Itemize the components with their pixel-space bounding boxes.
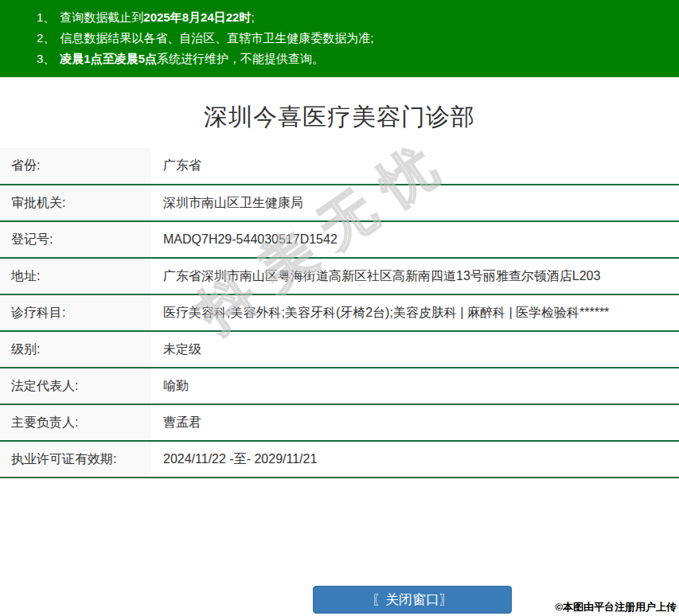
table-row: 主要负责人: 曹孟君 bbox=[0, 404, 679, 441]
row-value-address: 广东省深圳市南山区粤海街道高新区社区高新南四道13号丽雅查尔顿酒店L203 bbox=[151, 258, 679, 294]
notice-text-bold: 凌晨1点至凌晨5点 bbox=[60, 52, 157, 65]
table-row: 诊疗科目: 医疗美容科;美容外科;美容牙科(牙椅2台);美容皮肤科 | 麻醉科 … bbox=[0, 294, 679, 331]
table-row: 执业许可证有效期: 2024/11/22 -至- 2029/11/21 bbox=[0, 441, 679, 478]
notice-line: 2、信息数据结果以各省、自治区、直辖市卫生健康委数据为准; bbox=[37, 28, 671, 49]
table-row: 登记号: MADQ7H29-544030517D1542 bbox=[0, 221, 679, 258]
row-label-legal-representative: 法定代表人: bbox=[0, 368, 151, 404]
notice-number: 3、 bbox=[37, 52, 55, 65]
notice-banner: 1、查询数据截止到2025年8月24日22时; 2、信息数据结果以各省、自治区、… bbox=[0, 0, 679, 77]
row-label-address: 地址: bbox=[0, 258, 151, 294]
table-row: 地址: 广东省深圳市南山区粤海街道高新区社区高新南四道13号丽雅查尔顿酒店L20… bbox=[0, 258, 679, 294]
row-value-registration-number: MADQ7H29-544030517D1542 bbox=[151, 221, 679, 258]
row-value-level: 未定级 bbox=[151, 331, 679, 368]
row-label-principal: 主要负责人: bbox=[0, 404, 151, 441]
row-value-province: 广东省 bbox=[151, 148, 679, 185]
notice-line: 3、凌晨1点至凌晨5点系统进行维护，不能提供查询。 bbox=[37, 49, 671, 69]
notice-text-bold: 2025年8月24日22时 bbox=[143, 10, 251, 24]
close-window-button[interactable]: 〖关闭窗口〗 bbox=[313, 586, 512, 614]
notice-text: 信息数据结果以各省、自治区、直辖市卫生健康委数据为准; bbox=[60, 31, 373, 45]
table-row: 审批机关: 深圳市南山区卫生健康局 bbox=[0, 185, 679, 221]
row-value-principal: 曹孟君 bbox=[151, 404, 679, 441]
row-label-registration-number: 登记号: bbox=[0, 221, 151, 258]
notice-text: 系统进行维护，不能提供查询。 bbox=[157, 52, 324, 65]
row-value-legal-representative: 喻勤 bbox=[151, 368, 679, 404]
table-row: 省份: 广东省 bbox=[0, 148, 679, 185]
row-label-license-validity: 执业许可证有效期: bbox=[0, 441, 151, 478]
row-label-medical-subjects: 诊疗科目: bbox=[0, 294, 151, 331]
row-label-approval-authority: 审批机关: bbox=[0, 185, 151, 221]
table-row: 级别: 未定级 bbox=[0, 331, 679, 368]
institution-info-table: 省份: 广东省 审批机关: 深圳市南山区卫生健康局 登记号: MADQ7H29-… bbox=[0, 148, 679, 478]
row-label-province: 省份: bbox=[0, 148, 151, 185]
upload-credit-watermark: ©本图由平台注册用户上传 bbox=[555, 600, 677, 614]
notice-number: 1、 bbox=[37, 10, 55, 24]
notice-number: 2、 bbox=[37, 31, 55, 45]
row-value-approval-authority: 深圳市南山区卫生健康局 bbox=[151, 185, 679, 221]
row-value-medical-subjects: 医疗美容科;美容外科;美容牙科(牙椅2台);美容皮肤科 | 麻醉科 | 医学检验… bbox=[151, 294, 679, 331]
page-title: 深圳今喜医疗美容门诊部 bbox=[0, 101, 679, 134]
notice-text: ; bbox=[251, 10, 254, 24]
notice-text: 查询数据截止到 bbox=[60, 10, 143, 24]
row-value-license-validity: 2024/11/22 -至- 2029/11/21 bbox=[151, 441, 679, 478]
row-label-level: 级别: bbox=[0, 331, 151, 368]
notice-line: 1、查询数据截止到2025年8月24日22时; bbox=[37, 7, 671, 28]
table-row: 法定代表人: 喻勤 bbox=[0, 368, 679, 404]
